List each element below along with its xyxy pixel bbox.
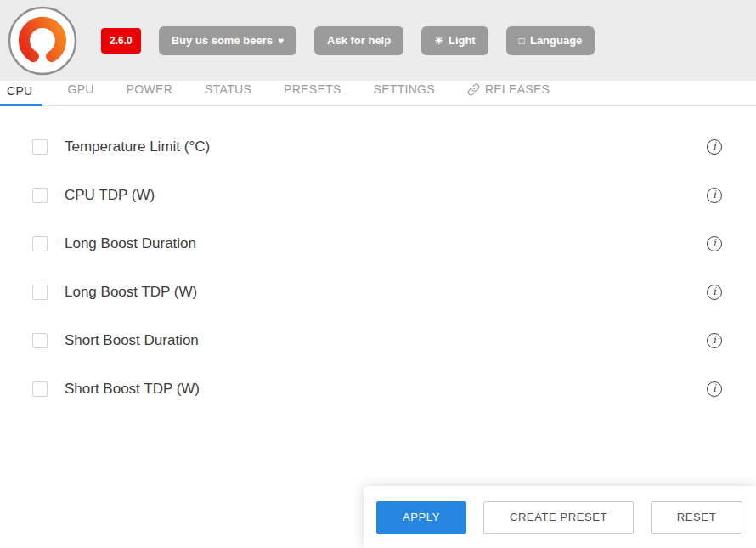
info-icon[interactable]: i <box>707 381 722 397</box>
info-icon-glyph: i <box>713 189 716 200</box>
option-checkbox[interactable] <box>32 381 48 397</box>
donate-button-label: Buy us some beers <box>172 34 273 47</box>
tab-gpu-label: GPU <box>67 82 93 96</box>
tab-bar: CPU GPU POWER STATUS PRESETS SETTINGS RE… <box>0 81 756 106</box>
option-checkbox[interactable] <box>32 333 48 348</box>
info-icon-glyph: i <box>713 383 716 393</box>
tab-releases[interactable]: RELEASES <box>467 82 550 106</box>
app-header: 2.6.0 Buy us some beers ♥ Ask for help ☀… <box>0 0 756 81</box>
version-badge: 2.6.0 <box>101 28 141 54</box>
theme-toggle-label: Light <box>449 34 476 47</box>
tab-power-label: POWER <box>127 82 172 96</box>
option-label: Long Boost Duration <box>65 235 196 252</box>
option-row-long-boost-duration: Long Boost Duration i <box>0 219 756 268</box>
option-row-cpu-tdp: CPU TDP (W) i <box>0 171 756 219</box>
info-icon-glyph: i <box>713 286 716 297</box>
info-icon[interactable]: i <box>707 188 722 203</box>
theme-toggle-button[interactable]: ☀ Light <box>421 26 488 55</box>
option-row-long-boost-tdp: Long Boost TDP (W) i <box>0 268 756 316</box>
tab-settings-label: SETTINGS <box>374 82 435 96</box>
language-button-label: Language <box>530 34 582 47</box>
tab-presets[interactable]: PRESETS <box>284 82 341 106</box>
tab-settings[interactable]: SETTINGS <box>374 82 435 106</box>
tab-releases-label: RELEASES <box>485 82 550 96</box>
action-bar: APPLY CREATE PRESET RESET <box>364 486 756 548</box>
sun-icon: ☀ <box>434 36 443 46</box>
option-label: Long Boost TDP (W) <box>65 284 197 301</box>
option-label: Short Boost Duration <box>65 332 199 349</box>
flag-icon: □ <box>519 36 525 46</box>
option-label: Short Boost TDP (W) <box>65 381 200 398</box>
tab-cpu[interactable]: CPU <box>0 84 42 106</box>
option-checkbox[interactable] <box>32 236 48 251</box>
info-icon[interactable]: i <box>707 285 722 300</box>
info-icon[interactable]: i <box>707 236 722 251</box>
heart-icon: ♥ <box>278 36 284 46</box>
option-row-temperature-limit: Temperature Limit (°C) i <box>0 122 756 171</box>
tab-gpu[interactable]: GPU <box>67 82 93 106</box>
info-icon-glyph: i <box>713 335 716 345</box>
tab-status-label: STATUS <box>205 82 251 96</box>
option-label: CPU TDP (W) <box>65 187 155 204</box>
info-icon[interactable]: i <box>707 333 722 348</box>
option-checkbox[interactable] <box>32 139 48 155</box>
tab-presets-label: PRESETS <box>284 82 341 96</box>
link-icon <box>467 83 480 96</box>
info-icon-glyph: i <box>713 238 716 248</box>
tab-cpu-label: CPU <box>7 84 32 98</box>
info-icon-glyph: i <box>713 141 716 151</box>
help-button[interactable]: Ask for help <box>314 26 403 55</box>
reset-button[interactable]: RESET <box>651 501 742 534</box>
option-row-short-boost-duration: Short Boost Duration i <box>0 316 756 364</box>
donate-button[interactable]: Buy us some beers ♥ <box>159 26 296 55</box>
create-preset-button[interactable]: CREATE PRESET <box>483 501 634 534</box>
option-checkbox[interactable] <box>32 188 48 203</box>
apply-button[interactable]: APPLY <box>376 501 466 534</box>
tab-power[interactable]: POWER <box>127 82 172 106</box>
option-row-short-boost-tdp: Short Boost TDP (W) i <box>0 364 756 413</box>
tab-status[interactable]: STATUS <box>205 82 251 106</box>
cpu-options-panel: Temperature Limit (°C) i CPU TDP (W) i L… <box>0 106 756 413</box>
info-icon[interactable]: i <box>707 139 722 155</box>
option-checkbox[interactable] <box>32 285 48 300</box>
option-label: Temperature Limit (°C) <box>65 138 210 155</box>
language-button[interactable]: □ Language <box>506 26 595 55</box>
app-logo-icon <box>8 6 77 76</box>
help-button-label: Ask for help <box>327 34 391 47</box>
